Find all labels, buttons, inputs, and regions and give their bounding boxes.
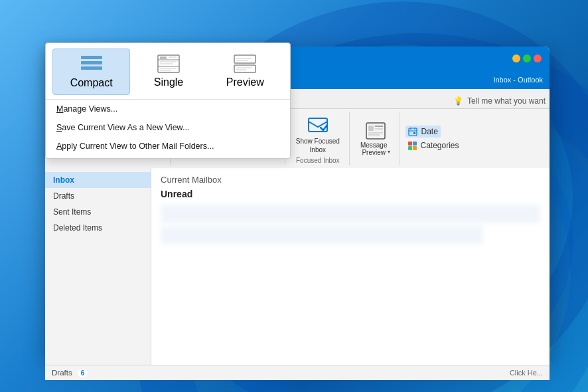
drafts-count-badge: 6 (78, 369, 88, 377)
preview-view-icon (233, 54, 257, 74)
drafts-row: Drafts 6 Click He... (45, 365, 550, 380)
single-view-button[interactable]: Single (130, 49, 206, 95)
message-preview-button[interactable]: MessagePreview ▾ (355, 119, 396, 159)
svg-rect-24 (160, 56, 167, 59)
categories-arrangement-button[interactable]: Categories (405, 140, 461, 151)
focused-inbox-icon (307, 116, 329, 136)
sidebar-item-sent[interactable]: Sent Items (45, 204, 151, 220)
date-arrangement-button[interactable]: Date (405, 126, 440, 138)
manage-views-label: Manage Views... (56, 104, 117, 114)
save-current-view-menu-item[interactable]: Save Current View As a New View... (46, 118, 290, 137)
sidebar-item-deleted[interactable]: Deleted Items (45, 220, 151, 236)
ribbon-group-arrangement: Date Categories (402, 112, 465, 165)
ribbon-group-focused-inbox: Show FocusedInbox Focused Inbox (287, 112, 350, 165)
message-preview-caret: ▾ (388, 149, 390, 155)
view-type-row: Compact Single (46, 43, 290, 100)
unread-section-title: Unread (161, 189, 540, 199)
drafts-label: Drafts (52, 369, 72, 377)
svg-rect-19 (81, 56, 102, 59)
apply-current-view-menu-item[interactable]: Apply Current View to Other Mail Folders… (46, 137, 290, 155)
message-preview-label: MessagePreview (360, 142, 388, 156)
ribbon-group-message-preview: MessagePreview ▾ (351, 112, 401, 165)
show-focused-inbox-button[interactable]: Show FocusedInbox (291, 113, 345, 157)
svg-rect-34 (234, 65, 256, 72)
preview-view-button[interactable]: Preview (207, 49, 283, 95)
blurred-email-row-2 (161, 226, 483, 245)
sidebar-item-drafts[interactable]: Drafts (45, 188, 151, 204)
outlook-body: Inbox Drafts Sent Items Deleted Items Cu… (45, 168, 550, 365)
svg-rect-20 (81, 61, 102, 64)
minimize-button[interactable] (512, 54, 520, 62)
blurred-email-row-1 (161, 205, 540, 223)
date-icon (408, 127, 417, 136)
focused-inbox-label: Show FocusedInbox (296, 137, 340, 154)
click-here-label: Click He... (510, 369, 543, 377)
close-button[interactable] (534, 54, 542, 62)
window-title: Inbox - Outlook (493, 76, 543, 84)
svg-rect-21 (81, 66, 102, 70)
lightbulb-icon: 💡 (453, 96, 463, 106)
apply-current-view-label: Apply Current View to Other Mail Folders… (56, 142, 214, 151)
ribbon-search-text: Tell me what you want (467, 96, 546, 106)
focused-inbox-group-label: Focused Inbox (296, 157, 340, 164)
single-view-icon (157, 54, 181, 74)
folder-sidebar: Inbox Drafts Sent Items Deleted Items (45, 168, 151, 365)
compact-view-label: Compact (70, 77, 113, 89)
message-preview-icon (365, 122, 386, 140)
preview-view-label: Preview (226, 76, 264, 88)
svg-rect-14 (409, 128, 417, 136)
maximize-button[interactable] (523, 54, 531, 62)
main-content: Current Mailbox Unread (151, 168, 550, 365)
categories-label: Categories (420, 141, 459, 150)
change-view-dropdown: Compact Single (45, 43, 291, 159)
mailbox-header: Current Mailbox (161, 175, 540, 185)
svg-rect-18 (413, 132, 415, 134)
save-current-view-label: Save Current View As a New View... (56, 123, 189, 132)
compact-view-icon (80, 54, 104, 74)
ribbon-search[interactable]: 💡 Tell me what you want (453, 96, 546, 108)
categories-icon (408, 142, 417, 150)
sidebar-item-inbox[interactable]: Inbox (45, 172, 151, 188)
manage-views-menu-item[interactable]: Manage Views... (46, 100, 290, 118)
compact-view-button[interactable]: Compact (52, 49, 130, 95)
single-view-label: Single (154, 76, 183, 88)
date-label: Date (421, 127, 437, 136)
title-bar-controls (512, 54, 542, 62)
svg-rect-31 (234, 55, 256, 63)
svg-rect-9 (368, 126, 374, 131)
